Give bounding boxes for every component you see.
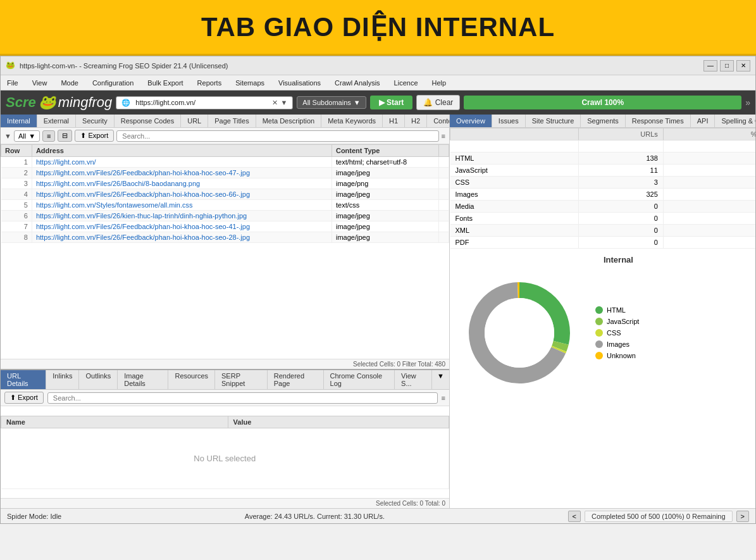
maximize-button[interactable]: □ [720,60,734,72]
right-tab-segments[interactable]: Segments [581,115,626,127]
col-extra [439,145,449,157]
bottom-export-button[interactable]: ⬆ Export [4,392,44,404]
overview-cell-label: Images [450,189,579,201]
overview-row[interactable]: CSS 3 0.63% [450,177,756,189]
menu-licence[interactable]: Licence [392,78,421,88]
list-view-button[interactable]: ≡ [42,130,55,142]
table-row[interactable]: 6 https://light.com.vn/Files/26/kien-thu… [1,211,449,221]
right-tab-issues[interactable]: Issues [492,115,526,127]
svg-point-0 [485,298,554,368]
app-window: 🐸 https-light-com-vn- - Screaming Frog S… [0,56,756,524]
hero-title: TAB GIAO DIỆN INTERNAL [201,12,555,42]
menu-bulk-export[interactable]: Bulk Export [145,78,185,88]
overview-row[interactable]: Fonts 0 0% [450,213,756,225]
start-button[interactable]: ▶ Start [370,96,413,109]
tab-external[interactable]: External [37,115,76,127]
tab-internal[interactable]: Internal [1,115,37,127]
menu-crawl-analysis[interactable]: Crawl Analysis [332,78,383,88]
minimize-button[interactable]: — [703,60,717,72]
bottom-tab-inlinks[interactable]: Inlinks [46,370,79,389]
tab-meta-description[interactable]: Meta Description [256,115,322,127]
status-nav-right[interactable]: > [736,511,749,522]
menu-visualisations[interactable]: Visualisations [276,78,323,88]
table-status: Selected Cells: 0 Filter Total: 480 [1,359,449,369]
bottom-tab-rendered-page[interactable]: Rendered Page [268,370,324,389]
tab-page-titles[interactable]: Page Titles [208,115,256,127]
overview-row[interactable]: JavaScript 11 2.29% [450,165,756,177]
toolbar-more-icon[interactable]: » [745,97,750,108]
bottom-tab-resources[interactable]: Resources [168,370,215,389]
right-tab-spelling[interactable]: Spelling & G... [715,115,755,127]
right-tab-site-structure[interactable]: Site Structure [526,115,581,127]
url-dropdown-icon[interactable]: ▼ [280,99,287,106]
menu-file[interactable]: File [4,78,21,88]
clear-button[interactable]: 🔔 Clear [416,95,460,110]
table-row[interactable]: 7 https://light.com.vn/Files/26/Feedback… [1,221,449,232]
table-row[interactable]: 8 https://light.com.vn/Files/26/Feedback… [1,232,449,243]
col-address[interactable]: Address [32,145,332,157]
overview-cell-urls: 0 [579,213,663,225]
overview-row[interactable]: HTML 138 28.75% [450,152,756,165]
bottom-tab-serp-snippet[interactable]: SERP Snippet [215,370,268,389]
bottom-search-input[interactable] [47,392,438,404]
status-nav-left[interactable]: < [568,511,581,522]
bottom-tab-outlinks[interactable]: Outlinks [79,370,118,389]
completion-status: Completed 500 of 500 (100%) 0 Remaining [585,511,733,522]
tab-h2[interactable]: H2 [405,115,427,127]
tab-h1[interactable]: H1 [383,115,405,127]
right-tab-overview[interactable]: Overview [450,115,492,127]
table-row[interactable]: 2 https://light.com.vn/Files/26/Feedback… [1,168,449,178]
overview-row[interactable]: XML 0 0% [450,225,756,237]
menu-sitemaps[interactable]: Sitemaps [233,78,267,88]
bottom-tab-url-details[interactable]: URL Details [1,370,46,389]
url-clear-icon[interactable]: ✕ [272,99,278,107]
menu-view[interactable]: View [30,78,50,88]
tab-response-codes[interactable]: Response Codes [115,115,181,127]
overview-row[interactable]: PDF 0 - [450,237,756,249]
tree-view-button[interactable]: ⊟ [58,130,72,142]
right-tab-api[interactable]: API [691,115,716,127]
bottom-filter-options-icon[interactable]: ≡ [442,394,445,402]
right-tab-response-times[interactable]: Response Times [626,115,691,127]
overview-cell-urls: 480 [579,140,663,152]
table-row[interactable]: 5 https://light.com.vn/Styles/fontawesom… [1,200,449,211]
filter-dropdown[interactable]: All ▼ [14,130,40,142]
legend-item: CSS [595,329,639,337]
bottom-name-header: Name [1,416,228,428]
bottom-tab-image-details[interactable]: Image Details [118,370,168,389]
tree-icon: ⊟ [62,132,68,139]
tab-url[interactable]: URL [181,115,208,127]
legend-dot [595,352,603,359]
legend-label: HTML [607,306,626,314]
tab-meta-keywords[interactable]: Meta Keywords [321,115,383,127]
menu-reports[interactable]: Reports [195,78,225,88]
cell-content-type: image/jpeg [332,232,438,243]
cell-content-type: image/png [332,178,438,189]
overview-row[interactable]: Images 325 67.71% [450,189,756,201]
bottom-tab-view-source[interactable]: View S... [395,370,432,389]
menu-mode[interactable]: Mode [58,78,81,88]
table-row[interactable]: 4 https://light.com.vn/Files/26/Feedback… [1,189,449,200]
bottom-tab-more[interactable]: ▼ [432,370,449,389]
search-input[interactable] [116,130,438,142]
tab-security[interactable]: Security [76,115,115,127]
col-content-type[interactable]: Content Type [332,145,438,157]
subdomains-button[interactable]: All Subdomains ▼ [297,96,366,109]
cell-row-num: 4 [1,189,32,200]
table-row[interactable]: 1 https://light.com.vn/ text/html; chars… [1,157,449,168]
export-button[interactable]: ⬆ Export [75,130,114,142]
filter-options-icon[interactable]: ≡ [442,132,445,140]
overview-row[interactable]: Media 0 0% [450,201,756,213]
url-bar[interactable]: 🌐 https://light.com.vn/ ✕ ▼ [116,96,293,109]
cell-extra [439,200,449,211]
table-row[interactable]: 3 https://light.com.vn/Files/26/Baochi/8… [1,178,449,189]
overview-cell-label: CSS [450,177,579,189]
overview-row[interactable]: All 480 100% [450,140,756,152]
close-button[interactable]: ✕ [736,60,750,72]
tab-content[interactable]: Content [427,115,449,127]
content-tab-bar: Internal External Security Response Code… [1,115,449,128]
menu-configuration[interactable]: Configuration [90,78,136,88]
overview-cell-pct: 0% [663,201,755,213]
menu-help[interactable]: Help [430,78,449,88]
bottom-tab-chrome-console[interactable]: Chrome Console Log [324,370,395,389]
